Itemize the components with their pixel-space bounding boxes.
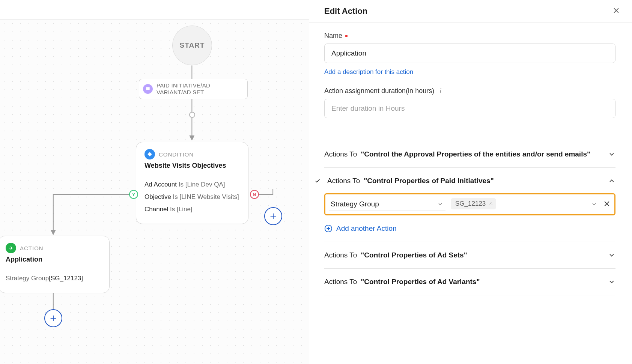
- no-badge: N: [250, 190, 259, 199]
- property-value-field[interactable]: SG_12123: [449, 197, 599, 211]
- condition-rule-row: Channel Is [Line]: [144, 205, 240, 214]
- name-label: Name: [324, 32, 615, 40]
- panel-header: Edit Action: [309, 0, 632, 23]
- property-select[interactable]: Strategy Group: [329, 198, 445, 211]
- section-adsets-toggle[interactable]: Actions To "Control Properties of Ad Set…: [324, 251, 615, 259]
- add-description-link[interactable]: Add a description for this action: [324, 68, 413, 76]
- chevron-down-icon: [608, 278, 615, 286]
- entity-pill[interactable]: PAID INITIATIVE/AD VARIANT/AD SET: [139, 79, 248, 99]
- section-ad-sets: Actions To "Control Properties of Ad Set…: [324, 242, 615, 268]
- plus-circle-icon: [324, 224, 333, 233]
- diamond-icon: [144, 149, 155, 159]
- action-tag: ACTION: [20, 245, 44, 251]
- yes-badge: Y: [129, 190, 138, 199]
- property-row-highlighted: Strategy Group SG_12123: [324, 193, 615, 215]
- section-approval-toggle[interactable]: Actions To "Control the Approval Propert…: [324, 150, 615, 158]
- chevron-down-icon: [608, 251, 615, 259]
- section-approval: Actions To "Control the Approval Propert…: [324, 141, 615, 167]
- add-node-button[interactable]: [44, 309, 62, 327]
- action-title: Application: [6, 256, 101, 263]
- condition-rule-row: Ad Account Is [Line Dev QA]: [144, 180, 240, 189]
- start-node-label: START: [180, 41, 205, 50]
- chip-remove-icon[interactable]: [489, 200, 493, 208]
- section-advariants-toggle[interactable]: Actions To "Control Properties of Ad Var…: [324, 278, 615, 286]
- duration-label: Action assignment duration(in hours) i: [324, 87, 615, 95]
- chat-icon: [143, 84, 153, 94]
- section-ad-variants: Actions To "Control Properties of Ad Var…: [324, 268, 615, 295]
- workflow-canvas-pane: START PAID INITIATIVE/AD VARIANT/AD SET …: [0, 0, 309, 364]
- section-paid-toggle[interactable]: Actions To "Control Properties of Paid I…: [324, 177, 615, 185]
- close-icon[interactable]: [611, 5, 621, 17]
- chevron-down-icon: [437, 201, 443, 207]
- check-icon: [314, 178, 321, 184]
- required-indicator: [345, 35, 348, 37]
- chevron-down-icon: [608, 150, 615, 158]
- action-property-row: Strategy Group[SG_12123]: [6, 274, 101, 283]
- connector-knob[interactable]: [189, 112, 195, 118]
- edit-action-panel: Edit Action Name Add a description for t…: [309, 0, 632, 364]
- condition-title: Website Visits Objectives: [144, 162, 240, 170]
- panel-title: Edit Action: [324, 6, 367, 16]
- entity-pill-label: PAID INITIATIVE/AD VARIANT/AD SET: [156, 82, 241, 96]
- add-another-action-link[interactable]: Add another Action: [324, 224, 615, 233]
- condition-node[interactable]: CONDITION Website Visits Objectives Ad A…: [136, 142, 248, 224]
- remove-row-icon[interactable]: [603, 200, 611, 209]
- chevron-up-icon: [608, 177, 615, 185]
- name-field-block: Name Add a description for this action: [324, 32, 615, 76]
- chevron-down-icon: [591, 201, 597, 207]
- start-node[interactable]: START: [172, 26, 212, 65]
- section-paid-initiatives: Actions To "Control Properties of Paid I…: [324, 167, 615, 242]
- condition-tag: CONDITION: [159, 151, 194, 158]
- add-node-button[interactable]: [264, 207, 282, 225]
- info-icon[interactable]: i: [439, 87, 441, 95]
- duration-field-block: Action assignment duration(in hours) i: [324, 87, 615, 118]
- name-input[interactable]: [324, 44, 615, 63]
- duration-input[interactable]: [324, 99, 615, 118]
- value-chip: SG_12123: [451, 198, 496, 209]
- action-node[interactable]: ACTION Application Strategy Group[SG_121…: [0, 236, 110, 293]
- canvas-topbar: [0, 0, 309, 20]
- condition-rule-row: Objective Is [LINE Website Visits]: [144, 193, 240, 202]
- workflow-canvas[interactable]: START PAID INITIATIVE/AD VARIANT/AD SET …: [0, 20, 309, 364]
- arrow-right-icon: [6, 243, 16, 253]
